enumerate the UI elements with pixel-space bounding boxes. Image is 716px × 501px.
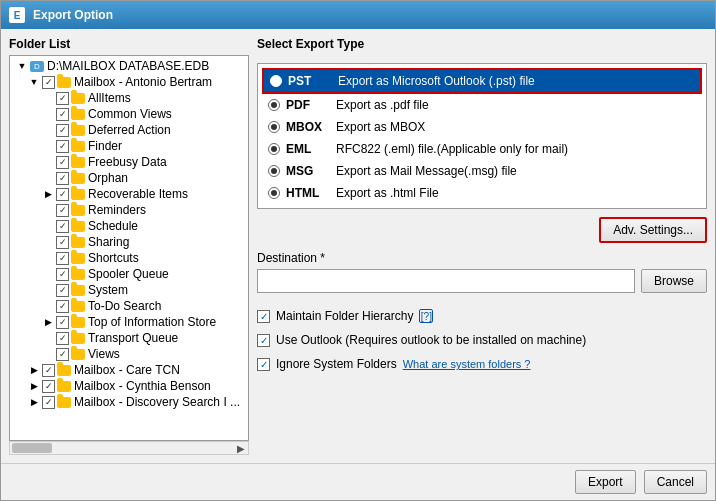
check-shortcuts[interactable]: ✓ (56, 252, 69, 265)
expand-mailbox2[interactable]: ▶ (28, 364, 40, 376)
radio-msg[interactable] (268, 165, 280, 177)
tree-item-allitems[interactable]: ✓ AllItems (12, 90, 246, 106)
radio-pdf[interactable] (268, 99, 280, 111)
eml-desc-label: RFC822 (.eml) file.(Applicable only for … (336, 142, 568, 156)
use-outlook-checkbox[interactable] (257, 334, 270, 347)
tree-item-spoolerqueue[interactable]: ✓ Spooler Queue (12, 266, 246, 282)
tree-item-freebusydata[interactable]: ✓ Freebusy Data (12, 154, 246, 170)
radio-eml[interactable] (268, 143, 280, 155)
expand-mailbox1[interactable]: ▼ (28, 76, 40, 88)
check-deferredaction[interactable]: ✓ (56, 124, 69, 137)
check-finder[interactable]: ✓ (56, 140, 69, 153)
mailbox1-label: Mailbox - Antonio Bertram (74, 75, 212, 89)
export-button[interactable]: Export (575, 470, 636, 494)
tree-item-schedule[interactable]: ✓ Schedule (12, 218, 246, 234)
main-content: Folder List ▼ D D:\MAILBOX DATABASE.EDB … (1, 29, 715, 463)
check-reminders[interactable]: ✓ (56, 204, 69, 217)
allitems-label: AllItems (88, 91, 131, 105)
db-label: D:\MAILBOX DATABASE.EDB (47, 59, 209, 73)
ignore-system-checkbox[interactable] (257, 358, 270, 371)
folder-icon-system (71, 285, 85, 296)
tree-item-mailbox1[interactable]: ▼ ✓ Mailbox - Antonio Bertram (12, 74, 246, 90)
expand-recoverableitems[interactable]: ▶ (42, 188, 54, 200)
radio-row-pst[interactable]: PST Export as Microsoft Outlook (.pst) f… (262, 68, 702, 94)
pst-type-label: PST (288, 74, 338, 88)
destination-input[interactable] (257, 269, 635, 293)
check-views[interactable]: ✓ (56, 348, 69, 361)
tree-item-mailbox2[interactable]: ▶ ✓ Mailbox - Care TCN (12, 362, 246, 378)
check-system[interactable]: ✓ (56, 284, 69, 297)
scrollbar-thumb[interactable] (12, 443, 52, 453)
check-allitems[interactable]: ✓ (56, 92, 69, 105)
check-transportqueue[interactable]: ✓ (56, 332, 69, 345)
tree-item-topofinfostore[interactable]: ▶ ✓ Top of Information Store (12, 314, 246, 330)
folder-icon-mailbox3 (57, 381, 71, 392)
check-spoolerqueue[interactable]: ✓ (56, 268, 69, 281)
folder-tree[interactable]: ▼ D D:\MAILBOX DATABASE.EDB ▼ ✓ Mailbox … (9, 55, 249, 441)
todosearch-label: To-Do Search (88, 299, 161, 313)
ignore-system-label: Ignore System Folders (276, 357, 397, 371)
what-are-system-folders-link[interactable]: What are system folders ? (403, 358, 531, 370)
radio-row-pdf[interactable]: PDF Export as .pdf file (262, 94, 702, 116)
check-sharing[interactable]: ✓ (56, 236, 69, 249)
expand-topofinfostore[interactable]: ▶ (42, 316, 54, 328)
tree-item-transportqueue[interactable]: ✓ Transport Queue (12, 330, 246, 346)
adv-settings-button[interactable]: Adv. Settings... (599, 217, 707, 243)
radio-mbox[interactable] (268, 121, 280, 133)
expand-mailbox3[interactable]: ▶ (28, 380, 40, 392)
radio-row-html[interactable]: HTML Export as .html File (262, 182, 702, 204)
check-todosearch[interactable]: ✓ (56, 300, 69, 313)
folder-icon-topofinfostore (71, 317, 85, 328)
tree-item-sharing[interactable]: ✓ Sharing (12, 234, 246, 250)
tree-item-todosearch[interactable]: ✓ To-Do Search (12, 298, 246, 314)
check-mailbox3[interactable]: ✓ (42, 380, 55, 393)
tree-item-views[interactable]: ✓ Views (12, 346, 246, 362)
destination-row: Browse (257, 269, 707, 293)
check-recoverableitems[interactable]: ✓ (56, 188, 69, 201)
html-type-label: HTML (286, 186, 336, 200)
check-mailbox1[interactable]: ✓ (42, 76, 55, 89)
check-topofinfostore[interactable]: ✓ (56, 316, 69, 329)
horizontal-scrollbar[interactable]: ▶ (9, 441, 249, 455)
maintain-hierarchy-checkbox[interactable] (257, 310, 270, 323)
tree-item-shortcuts[interactable]: ✓ Shortcuts (12, 250, 246, 266)
radio-pst[interactable] (270, 75, 282, 87)
tree-item-commonviews[interactable]: ✓ Common Views (12, 106, 246, 122)
tree-item-system[interactable]: ✓ System (12, 282, 246, 298)
folder-icon-shortcuts (71, 253, 85, 264)
destination-label: Destination * (257, 251, 707, 265)
radio-html[interactable] (268, 187, 280, 199)
radio-row-mbox[interactable]: MBOX Export as MBOX (262, 116, 702, 138)
check-schedule[interactable]: ✓ (56, 220, 69, 233)
expand-db[interactable]: ▼ (16, 60, 28, 72)
tree-item-finder[interactable]: ✓ Finder (12, 138, 246, 154)
tree-item-deferredaction[interactable]: ✓ Deferred Action (12, 122, 246, 138)
scroll-right-btn[interactable]: ▶ (234, 443, 248, 454)
tree-item-reminders[interactable]: ✓ Reminders (12, 202, 246, 218)
cancel-button[interactable]: Cancel (644, 470, 707, 494)
expand-mailbox4[interactable]: ▶ (28, 396, 40, 408)
check-freebusydata[interactable]: ✓ (56, 156, 69, 169)
msg-type-label: MSG (286, 164, 336, 178)
radio-row-msg[interactable]: MSG Export as Mail Message(.msg) file (262, 160, 702, 182)
tree-item-mailbox4[interactable]: ▶ ✓ Mailbox - Discovery Search I ... (12, 394, 246, 410)
check-mailbox2[interactable]: ✓ (42, 364, 55, 377)
check-commonviews[interactable]: ✓ (56, 108, 69, 121)
maintain-hierarchy-help[interactable]: [?] (419, 309, 433, 323)
folder-icon-allitems (71, 93, 85, 104)
export-type-box: PST Export as Microsoft Outlook (.pst) f… (257, 63, 707, 209)
tree-item-db[interactable]: ▼ D D:\MAILBOX DATABASE.EDB (12, 58, 246, 74)
system-label: System (88, 283, 128, 297)
freebusydata-label: Freebusy Data (88, 155, 167, 169)
tree-item-recoverableitems[interactable]: ▶ ✓ Recoverable Items (12, 186, 246, 202)
tree-item-mailbox3[interactable]: ▶ ✓ Mailbox - Cynthia Benson (12, 378, 246, 394)
browse-button[interactable]: Browse (641, 269, 707, 293)
check-orphan[interactable]: ✓ (56, 172, 69, 185)
check-mailbox4[interactable]: ✓ (42, 396, 55, 409)
tree-item-orphan[interactable]: ✓ Orphan (12, 170, 246, 186)
maintain-hierarchy-row: Maintain Folder Hierarchy [?] (257, 307, 707, 325)
folder-icon-mailbox2 (57, 365, 71, 376)
export-type-title: Select Export Type (257, 37, 707, 51)
radio-row-eml[interactable]: EML RFC822 (.eml) file.(Applicable only … (262, 138, 702, 160)
commonviews-label: Common Views (88, 107, 172, 121)
